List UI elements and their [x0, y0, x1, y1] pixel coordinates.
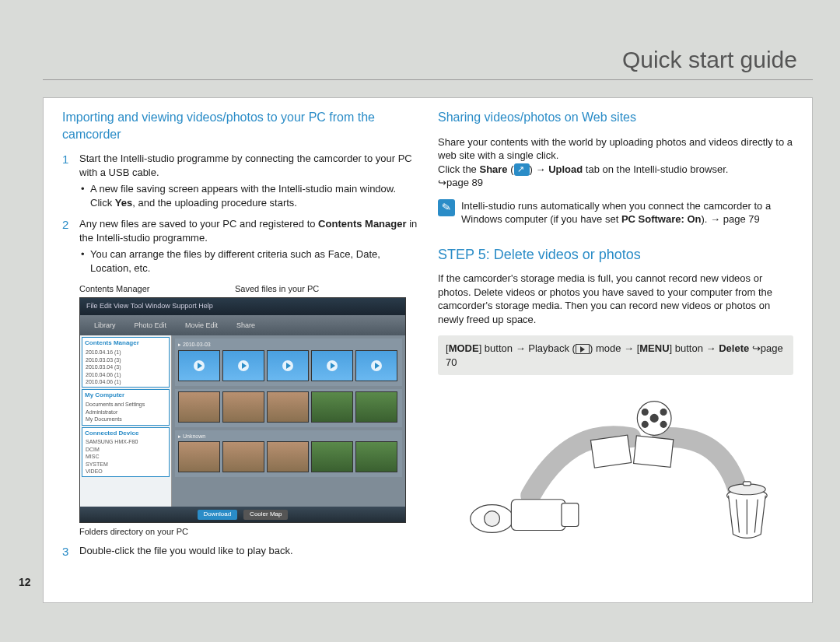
caption-contents-manager: Contents Manager [79, 283, 235, 295]
svg-point-6 [650, 415, 658, 423]
svg-rect-3 [562, 503, 579, 527]
sidebar-contents-manager: Contents Manager 2010.04.16 (1) 2010.03.… [82, 337, 170, 388]
left-column: Importing and viewing videos/photos to y… [62, 109, 418, 595]
svg-rect-11 [590, 436, 631, 468]
tab-movie-edit: Movie Edit [185, 321, 218, 330]
step-number: 2 [62, 217, 79, 275]
step-1: 1 Start the Intelli-studio programme by … [62, 152, 418, 209]
step-number: 3 [62, 544, 79, 560]
step-number: 1 [62, 152, 79, 209]
app-sidebar: Contents Manager 2010.04.16 (1) 2010.03.… [80, 335, 172, 507]
svg-rect-12 [634, 436, 674, 468]
tab-share: Share [236, 321, 255, 330]
sidebar-my-computer: My Computer Documents and Settings Admin… [82, 389, 170, 425]
left-section-heading: Importing and viewing videos/photos to y… [62, 109, 418, 142]
intelli-studio-screenshot: File Edit View Tool Window Support Help … [79, 297, 406, 523]
step-bullet: You can arrange the files by different c… [79, 247, 418, 275]
tab-photo-edit: Photo Edit [135, 321, 167, 330]
svg-point-8 [660, 409, 667, 416]
photo-thumbnail [222, 391, 264, 423]
svg-rect-18 [743, 482, 751, 486]
step-list: 1 Start the Intelli-studio programme by … [62, 152, 418, 275]
caption-row-top: Contents Manager Saved files in your PC [79, 283, 418, 295]
sharing-instruction: Click the Share () → Upload tab on the I… [438, 163, 793, 190]
photo-thumbnail [267, 391, 309, 423]
step-3: 3 Double-click the file you would like t… [62, 544, 418, 560]
page-title: Quick start guide [43, 47, 813, 80]
step-text: Double-click the file you would like to … [79, 545, 293, 556]
download-button: Download [198, 510, 238, 520]
share-icon [514, 163, 530, 176]
delete-illustration [438, 395, 793, 542]
step-text: Any new files are saved to your PC and r… [79, 218, 417, 244]
coolermap-button: Cooler Map [243, 510, 288, 520]
app-statusbar: Download Cooler Map [80, 507, 405, 522]
photo-thumbnail [311, 391, 353, 423]
note-icon [438, 199, 455, 216]
note-text: Intelli-studio runs automatically when y… [461, 199, 793, 226]
manual-page: Quick start guide 12 Importing and viewi… [0, 0, 840, 642]
tab-library: Library [94, 321, 116, 330]
content-box: 12 Importing and viewing videos/photos t… [43, 97, 813, 603]
sidebar-connected-device: Connected Device SAMSUNG HMX-F80 DCIM MI… [82, 427, 170, 478]
playback-icon [576, 344, 590, 354]
app-main: ▸ 2010-03-03 [172, 335, 405, 507]
step-list-cont: 3 Double-click the file you would like t… [62, 544, 418, 560]
sharing-heading: Sharing videos/photos on Web sites [438, 109, 793, 126]
photo-thumbnail [178, 441, 220, 472]
svg-rect-2 [511, 500, 565, 531]
svg-point-9 [642, 422, 648, 428]
app-toolbar: Library Photo Edit Movie Edit Share [80, 315, 405, 335]
step5-heading: STEP 5: Delete videos or photos [438, 245, 793, 264]
photo-thumbnail [311, 441, 353, 472]
note-block: Intelli-studio runs automatically when y… [438, 199, 793, 226]
video-thumbnail [267, 350, 309, 381]
svg-point-7 [642, 409, 648, 416]
caption-folders: Folders directory on your PC [79, 526, 418, 538]
svg-point-4 [485, 511, 500, 527]
mode-instruction-box: [MODE] button → Playback () mode → [MENU… [438, 335, 793, 375]
video-thumbnail [355, 350, 397, 381]
step-2: 2 Any new files are saved to your PC and… [62, 217, 418, 275]
video-thumbnail [178, 350, 220, 381]
app-titlebar: File Edit View Tool Window Support Help [80, 298, 405, 315]
photo-thumbnail [355, 391, 397, 423]
step5-paragraph: If the camcorder's storage media is full… [438, 272, 793, 326]
sharing-paragraph: Share your contents with the world by up… [438, 135, 793, 163]
right-column: Sharing videos/photos on Web sites Share… [438, 109, 793, 595]
caption-saved-files: Saved files in your PC [235, 283, 319, 295]
photo-thumbnail [267, 441, 309, 472]
video-thumbnail [311, 350, 353, 381]
step-bullet: A new file saving screen appears with th… [79, 182, 418, 209]
photo-thumbnail [222, 441, 264, 472]
photo-thumbnail [178, 391, 220, 423]
step-text: Start the Intelli-studio programme by co… [79, 153, 412, 178]
photo-thumbnail [355, 441, 397, 472]
svg-point-10 [660, 422, 667, 428]
video-thumbnail [222, 350, 264, 381]
page-number: 12 [19, 576, 31, 588]
